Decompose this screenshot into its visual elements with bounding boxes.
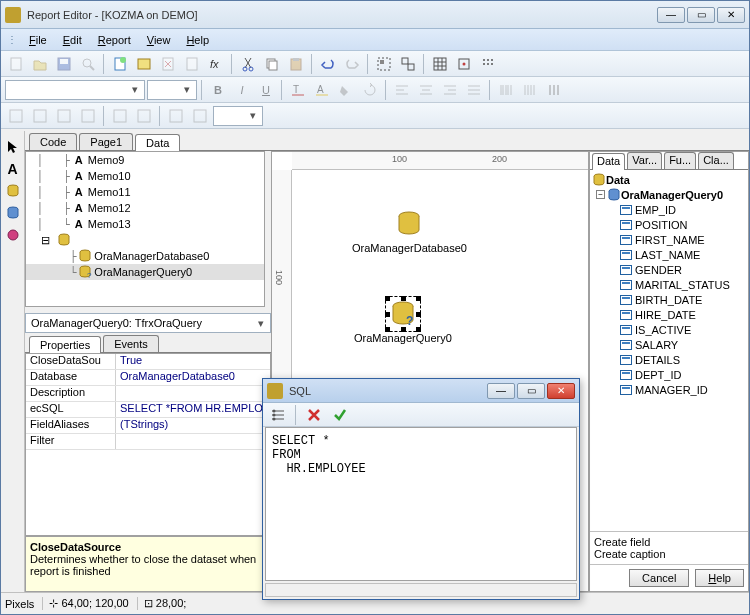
t3-6[interactable] xyxy=(133,105,155,127)
prop-value[interactable] xyxy=(116,434,270,449)
field-item[interactable]: FIRST_NAME xyxy=(592,232,746,247)
barcode1-icon[interactable] xyxy=(495,79,517,101)
save-icon[interactable] xyxy=(53,53,75,75)
prop-name[interactable]: ecSQL xyxy=(26,402,116,417)
data-root[interactable]: Data xyxy=(606,174,630,186)
sql-editor[interactable]: SELECT * FROM HR.EMPLOYEE xyxy=(265,427,577,581)
snap-icon[interactable] xyxy=(453,53,475,75)
italic-icon[interactable]: I xyxy=(231,79,253,101)
fontcolor-icon[interactable]: T xyxy=(287,79,309,101)
query-tool-icon[interactable] xyxy=(3,203,23,223)
object-selector[interactable]: OraManagerQuery0: TfrxOraQuery ▾ xyxy=(25,313,271,333)
database-tool-icon[interactable] xyxy=(3,181,23,201)
prop-name[interactable]: FieldAliases xyxy=(26,418,116,433)
field-item[interactable]: MANAGER_ID xyxy=(592,382,746,397)
prop-value[interactable]: SELECT *FROM HR.EMPLOY xyxy=(116,402,270,417)
prop-name[interactable]: Filter xyxy=(26,434,116,449)
field-item[interactable]: DETAILS xyxy=(592,352,746,367)
grip-icon[interactable]: ⋮ xyxy=(7,34,17,45)
field-item[interactable]: HIRE_DATE xyxy=(592,307,746,322)
canvas-query[interactable]: ? OraManagerQuery0 xyxy=(354,300,452,344)
collapse-icon[interactable]: − xyxy=(596,190,605,199)
underline-icon[interactable]: U xyxy=(255,79,277,101)
align-grid-icon[interactable] xyxy=(477,53,499,75)
field-item[interactable]: DEPT_ID xyxy=(592,367,746,382)
action-create-caption[interactable]: Create caption xyxy=(594,548,744,560)
fontsize-combo[interactable]: ▾ xyxy=(147,80,197,100)
sql-titlebar[interactable]: SQL — ▭ ✕ xyxy=(263,379,579,403)
data-tree[interactable]: Data −OraManagerQuery0 EMP_IDPOSITIONFIR… xyxy=(590,170,748,531)
t3-4[interactable] xyxy=(77,105,99,127)
t3-1[interactable] xyxy=(5,105,27,127)
prop-name[interactable]: Database xyxy=(26,370,116,385)
grid-icon[interactable] xyxy=(429,53,451,75)
copy-icon[interactable] xyxy=(261,53,283,75)
border-width-combo[interactable]: ▾ xyxy=(213,106,263,126)
data-query[interactable]: OraManagerQuery0 xyxy=(621,189,723,201)
t3-3[interactable] xyxy=(53,105,75,127)
t3-2[interactable] xyxy=(29,105,51,127)
barcode2-icon[interactable] xyxy=(519,79,541,101)
t3-7[interactable] xyxy=(165,105,187,127)
rtab-class[interactable]: Cla... xyxy=(698,152,734,169)
maximize-button[interactable]: ▭ xyxy=(687,7,715,23)
t3-5[interactable] xyxy=(109,105,131,127)
help-button[interactable]: Help xyxy=(695,569,744,587)
tree-item[interactable]: Memo11 xyxy=(88,186,131,198)
prop-value[interactable]: (TStrings) xyxy=(116,418,270,433)
redo-icon[interactable] xyxy=(341,53,363,75)
align-justify-icon[interactable] xyxy=(463,79,485,101)
misc-tool-icon[interactable] xyxy=(3,225,23,245)
tree-query[interactable]: OraManagerQuery0 xyxy=(94,266,192,278)
sql-window[interactable]: SQL — ▭ ✕ SELECT * FROM HR.EMPLOYEE xyxy=(262,378,580,600)
sql-builder-icon[interactable] xyxy=(267,404,289,426)
menu-view[interactable]: View xyxy=(139,32,179,48)
barcode3-icon[interactable] xyxy=(543,79,565,101)
new-icon[interactable] xyxy=(5,53,27,75)
bold-icon[interactable]: B xyxy=(207,79,229,101)
field-item[interactable]: POSITION xyxy=(592,217,746,232)
prop-value[interactable]: True xyxy=(116,354,270,369)
tab-events[interactable]: Events xyxy=(103,335,159,352)
canvas-database[interactable]: OraManagerDatabase0 xyxy=(352,210,467,254)
action-create-field[interactable]: Create field xyxy=(594,536,744,548)
delete-page-icon[interactable] xyxy=(157,53,179,75)
property-grid[interactable]: CloseDataSouTrue DatabaseOraManagerDatab… xyxy=(25,353,271,536)
field-item[interactable]: SALARY xyxy=(592,337,746,352)
tab-data[interactable]: Data xyxy=(135,134,180,151)
titlebar[interactable]: Report Editor - [KOZMA on DEMO] — ▭ ✕ xyxy=(1,1,749,29)
highlight-icon[interactable]: A xyxy=(311,79,333,101)
rtab-var[interactable]: Var... xyxy=(627,152,662,169)
paste-icon[interactable] xyxy=(285,53,307,75)
text-tool-icon[interactable]: A xyxy=(3,159,23,179)
new-dialog-icon[interactable] xyxy=(133,53,155,75)
field-item[interactable]: IS_ACTIVE xyxy=(592,322,746,337)
minimize-button[interactable]: — xyxy=(657,7,685,23)
tree-db[interactable]: OraManagerDatabase0 xyxy=(94,250,209,262)
menu-file[interactable]: File xyxy=(21,32,55,48)
undo-icon[interactable] xyxy=(317,53,339,75)
fillcolor-icon[interactable] xyxy=(335,79,357,101)
page-settings-icon[interactable] xyxy=(181,53,203,75)
prop-value[interactable] xyxy=(116,386,270,401)
tab-properties[interactable]: Properties xyxy=(29,336,101,353)
rtab-func[interactable]: Fu... xyxy=(664,152,696,169)
rotate-icon[interactable] xyxy=(359,79,381,101)
field-item[interactable]: EMP_ID xyxy=(592,202,746,217)
menu-report[interactable]: Report xyxy=(90,32,139,48)
rtab-data[interactable]: Data xyxy=(592,153,625,170)
align-left-icon[interactable] xyxy=(391,79,413,101)
cancel-button[interactable]: Cancel xyxy=(629,569,689,587)
tree-item[interactable]: Memo9 xyxy=(88,154,125,166)
group-icon[interactable] xyxy=(373,53,395,75)
pointer-icon[interactable] xyxy=(3,137,23,157)
field-item[interactable]: MARITAL_STATUS xyxy=(592,277,746,292)
variables-icon[interactable]: fx xyxy=(205,53,227,75)
prop-name[interactable]: CloseDataSou xyxy=(26,354,116,369)
sql-maximize-button[interactable]: ▭ xyxy=(517,383,545,399)
sql-minimize-button[interactable]: — xyxy=(487,383,515,399)
close-button[interactable]: ✕ xyxy=(717,7,745,23)
tree-item[interactable]: Memo10 xyxy=(88,170,131,182)
tab-page1[interactable]: Page1 xyxy=(79,133,133,150)
field-item[interactable]: BIRTH_DATE xyxy=(592,292,746,307)
